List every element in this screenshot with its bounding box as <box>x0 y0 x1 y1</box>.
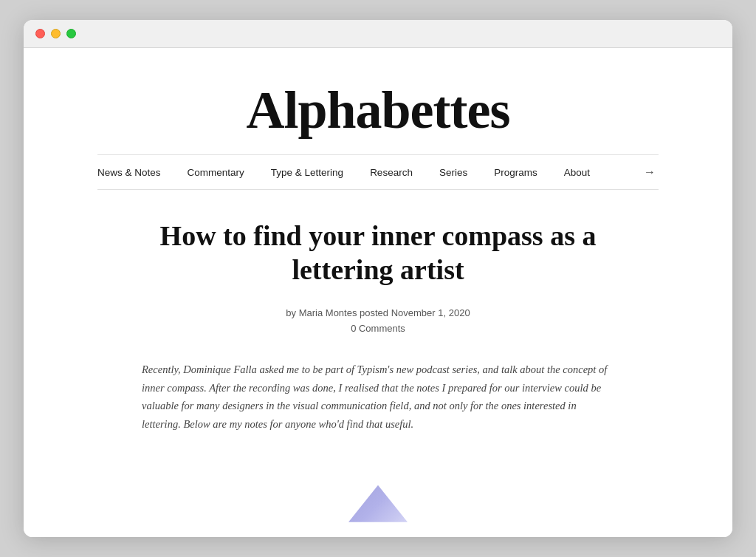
nav-link-type-lettering[interactable]: Type & Lettering <box>258 167 357 178</box>
article-title: How to find your inner compass as a lett… <box>142 219 614 287</box>
bottom-graphic <box>97 478 659 522</box>
browser-content: Alphabettes News & Notes Commentary Type… <box>24 48 732 537</box>
nav-link-commentary[interactable]: Commentary <box>174 167 258 178</box>
nav-link-news-notes[interactable]: News & Notes <box>97 167 174 178</box>
triangle-decoration <box>348 485 408 522</box>
browser-window: Alphabettes News & Notes Commentary Type… <box>24 20 732 537</box>
site-title: Alphabettes <box>97 83 659 137</box>
site-header: Alphabettes <box>97 48 659 154</box>
close-button[interactable] <box>35 29 45 38</box>
maximize-button[interactable] <box>66 29 76 38</box>
article-meta: by Maria Montes posted November 1, 2020 <box>142 307 614 318</box>
site-wrapper: Alphabettes News & Notes Commentary Type… <box>83 48 673 522</box>
browser-chrome <box>24 20 732 48</box>
nav-link-research[interactable]: Research <box>357 167 426 178</box>
article-comments: 0 Comments <box>142 323 614 334</box>
nav-link-programs[interactable]: Programs <box>481 167 551 178</box>
nav-link-series[interactable]: Series <box>426 167 481 178</box>
site-nav: News & Notes Commentary Type & Lettering… <box>97 154 659 190</box>
nav-inner: News & Notes Commentary Type & Lettering… <box>97 165 659 179</box>
main-content: How to find your inner compass as a lett… <box>97 190 659 478</box>
article-excerpt: Recently, Dominique Falla asked me to be… <box>142 360 614 434</box>
nav-arrow[interactable]: → <box>644 165 659 179</box>
nav-link-about[interactable]: About <box>551 167 603 178</box>
minimize-button[interactable] <box>51 29 61 38</box>
